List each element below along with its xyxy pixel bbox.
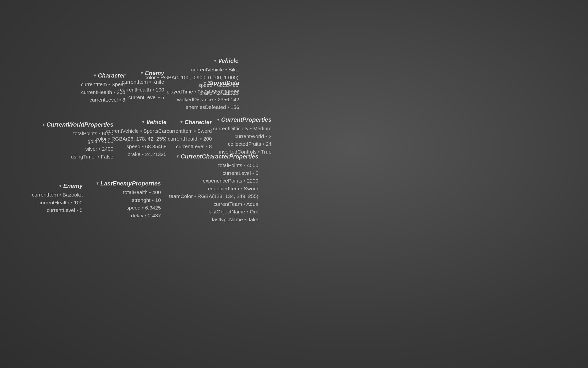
field-stored-data-enemiesDefeated: enemiesDefeated • 156 — [167, 103, 239, 111]
field-current-character-properties-currentTeam: currentTeam • Aqua — [169, 200, 258, 208]
field-character-top-currentHealth: currentHealth • 200 — [81, 88, 125, 96]
node-vehicle-mid: VehiclecurrentVehicle • SportsCarcolor •… — [96, 118, 167, 158]
field-current-character-properties-teamColor: teamColor • RGBA(128, 134, 249, 255) — [169, 192, 258, 200]
field-current-character-properties-experiencePoints: experiencePoints • 2200 — [169, 177, 258, 185]
node-character-mid: CharactercurrentItem • SwordcurrentHealt… — [167, 118, 212, 150]
node-title-last-enemy-properties: LastEnemyProperties — [96, 179, 161, 188]
field-current-character-properties-equppiedItem: equppiedItem • Sword — [169, 185, 258, 193]
node-title-current-properties: CurrentProperties — [213, 115, 271, 124]
field-character-top-currentItem: currentItem • Spear — [81, 80, 125, 88]
field-current-properties-currentDifficulty: currentDifficulty • Medium — [213, 125, 271, 132]
field-vehicle-mid-brake: brake • 24.21325 — [96, 150, 167, 158]
field-character-mid-currentItem: currentItem • Sword — [167, 127, 212, 135]
field-last-enemy-properties-strenght: strenght • 10 — [96, 196, 161, 204]
field-last-enemy-properties-totalHealth: totalHealth • 400 — [96, 188, 161, 196]
node-current-properties: CurrentPropertiescurrentDifficulty • Med… — [213, 115, 271, 156]
field-vehicle-mid-color: color • RGBA(26, 178, 42, 255) — [96, 135, 167, 143]
field-vehicle-mid-currentVehicle: currentVehicle • SportsCar — [96, 127, 167, 135]
node-stored-data: StoredDataplayedTime • 05:24:58.0281722w… — [167, 79, 239, 111]
node-title-enemy-bottom: Enemy — [32, 182, 83, 190]
field-last-enemy-properties-speed: speed • 6.3425 — [96, 204, 161, 212]
field-vehicle-top-currentVehicle: currentVehicle • Bike — [145, 66, 238, 74]
node-title-vehicle-mid: Vehicle — [96, 118, 167, 127]
node-title-current-character-properties: CurrentCharacterProperties — [169, 152, 258, 161]
field-current-character-properties-lastNpcName: lastNpcName • Jake — [169, 216, 258, 223]
field-stored-data-playedTime: playedTime • 05:24:58.0281722 — [167, 88, 239, 96]
field-vehicle-mid-speed: speed • 68.35468 — [96, 143, 167, 150]
node-title-character-mid: Character — [167, 118, 212, 127]
field-current-character-properties-lastObjectName: lastObjectName • Orb — [169, 208, 258, 216]
field-character-mid-currentHealth: currentHealth • 200 — [167, 135, 212, 143]
field-current-properties-collectedFruits: collectedFruits • 24 — [213, 140, 271, 148]
field-character-mid-currentLevel: currentLevel • 8 — [167, 143, 212, 150]
field-current-character-properties-totalPoints: totalPoints • 4500 — [169, 161, 258, 169]
node-last-enemy-properties: LastEnemyPropertiestotalHealth • 400stre… — [96, 179, 161, 219]
field-character-top-currentLevel: currentLevel • 8 — [81, 96, 125, 104]
field-current-character-properties-currentLevel: currentLevel • 5 — [169, 169, 258, 177]
node-title-character-top: Character — [81, 71, 125, 80]
node-enemy-bottom: EnemycurrentItem • BazookacurrentHealth … — [32, 182, 83, 214]
field-stored-data-walkedDistance: walkedDistance • 2356.142 — [167, 96, 239, 104]
node-title-stored-data: StoredData — [167, 79, 239, 87]
node-current-character-properties: CurrentCharacterPropertiestotalPoints • … — [169, 152, 258, 223]
node-character-top: CharactercurrentItem • SpearcurrentHealt… — [81, 71, 125, 104]
field-current-properties-currentWorld: currentWorld • 2 — [213, 132, 271, 140]
field-last-enemy-properties-delay: delay • 2.437 — [96, 212, 161, 220]
field-enemy-bottom-currentItem: currentItem • Bazooka — [32, 191, 83, 199]
canvas: CharactercurrentItem • SpearcurrentHealt… — [0, 0, 588, 368]
node-title-vehicle-top: Vehicle — [145, 56, 238, 65]
field-enemy-bottom-currentLevel: currentLevel • 5 — [32, 206, 83, 214]
field-enemy-bottom-currentHealth: currentHealth • 100 — [32, 199, 83, 207]
